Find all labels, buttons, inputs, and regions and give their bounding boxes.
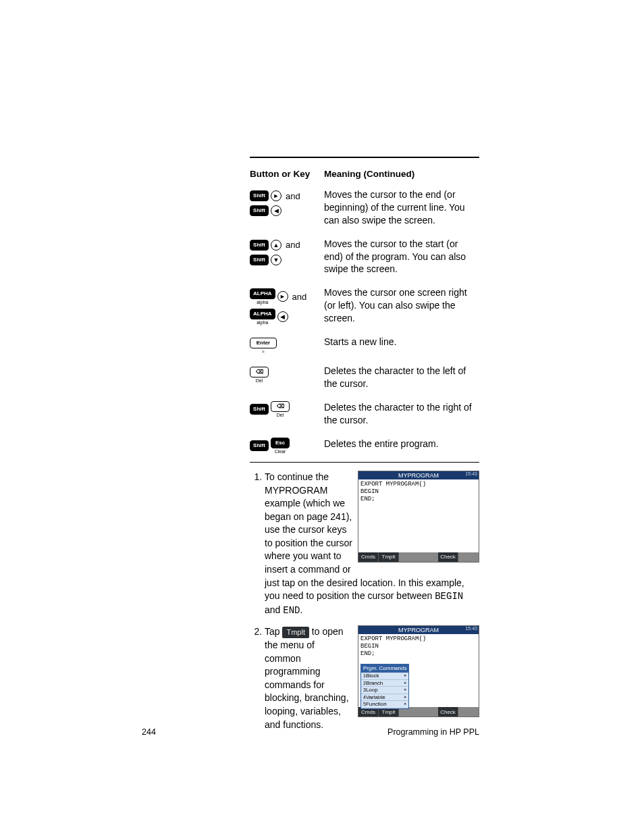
header-meaning: Meaning (Continued) (324, 165, 479, 183)
shift-key-icon: Shift (250, 404, 269, 415)
shift-key-icon: Shift (250, 205, 269, 216)
table-row: Enter≈ Starts a new line. (250, 330, 479, 359)
softkey-check: Check (438, 552, 458, 562)
meaning-text: Moves the cursor one screen right (or le… (324, 281, 479, 330)
page-footer: 244 Programming in HP PPL (142, 727, 479, 737)
calc-time-icon: 15:43 (465, 471, 477, 476)
softkey-cmds: Cmds (358, 552, 379, 562)
left-arrow-key-icon: ◀ (271, 205, 281, 216)
menu-item-loop: 3Loop (361, 687, 408, 694)
table-row: Shift ► and Shift ◀ Moves the cursor to … (250, 183, 479, 232)
menu-header: Prgm. Commands (361, 664, 408, 673)
calculator-screenshot-2: MYPROGRAM15:43 EXPORT MYPROGRAM() BEGIN … (358, 625, 479, 717)
meaning-text: Deletes the character to the right of th… (324, 396, 479, 432)
meaning-text: Deletes the entire program. (324, 432, 479, 459)
footer-section: Programming in HP PPL (387, 727, 479, 737)
shift-key-icon: Shift (250, 240, 269, 251)
shift-key-icon: Shift (250, 255, 269, 265)
alpha-key-icon: ALPHA (250, 288, 275, 299)
tmplt-softkey-icon: Tmplt (282, 627, 309, 638)
code-line: EXPORT MYPROGRAM() (360, 635, 477, 643)
calc-title: MYPROGRAM (398, 472, 439, 479)
header-button-or-key: Button or Key (250, 165, 324, 183)
menu-item-function: 5Function (361, 701, 408, 708)
table-row: ⌫Del Deletes the character to the left o… (250, 359, 479, 396)
calc-time-icon: 15:43 (465, 626, 477, 631)
code-line: END; (360, 496, 477, 503)
shift-key-icon: Shift (250, 440, 269, 451)
code-line: BEGIN (360, 488, 477, 496)
menu-item-block: 1Block (361, 673, 408, 680)
menu-item-variable: 4Variable (361, 694, 408, 702)
code-token-end: END (283, 605, 300, 616)
enter-key-icon: Enter (250, 338, 277, 348)
left-arrow-key-icon: ◀ (277, 311, 288, 322)
table-row: Shift ⌫Del Deletes the character to the … (250, 396, 479, 432)
program-name: MYPROGRAM (265, 485, 327, 496)
code-line: BEGIN (360, 643, 477, 650)
code-line: EXPORT MYPROGRAM() (360, 481, 477, 488)
key-reference-table: Button or Key Meaning (Continued) Shift … (250, 165, 479, 459)
table-row: Shift EscClear Deletes the entire progra… (250, 432, 479, 459)
code-token-begin: BEGIN (435, 591, 463, 602)
calc-title: MYPROGRAM (398, 627, 439, 633)
table-row: ALPHAalpha ► and ALPHAalpha ◀ Moves the … (250, 281, 479, 330)
page-number: 244 (142, 727, 156, 737)
backspace-key-icon: ⌫ (271, 401, 290, 412)
alpha-key-icon: ALPHA (250, 309, 275, 319)
meaning-text: Deletes the character to the left of the… (324, 359, 479, 396)
backspace-key-icon: ⌫ (250, 367, 269, 377)
meaning-text: Starts a new line. (324, 330, 479, 359)
softkey-tmplt: Tmplt (379, 552, 399, 562)
joiner-and: and (286, 240, 300, 250)
instruction-steps: MYPROGRAM15:43 EXPORT MYPROGRAM() BEGIN … (250, 471, 479, 731)
joiner-and: and (286, 191, 300, 201)
meaning-text: Moves the cursor to the end (or beginnin… (324, 183, 479, 232)
menu-item-branch: 2Branch (361, 680, 408, 687)
calculator-screenshot-1: MYPROGRAM15:43 EXPORT MYPROGRAM() BEGIN … (358, 471, 479, 563)
softkey-check: Check (438, 707, 458, 716)
esc-key-icon: Esc (271, 438, 290, 448)
up-arrow-key-icon: ▲ (271, 240, 281, 251)
down-arrow-key-icon: ▼ (271, 255, 281, 265)
joiner-and: and (292, 292, 307, 302)
meaning-text: Moves the cursor to the start (or end) o… (324, 232, 479, 282)
right-arrow-key-icon: ► (271, 190, 281, 201)
right-arrow-key-icon: ► (277, 291, 288, 302)
code-line: END; (360, 650, 477, 658)
shift-key-icon: Shift (250, 190, 269, 201)
step-2: MYPROGRAM15:43 EXPORT MYPROGRAM() BEGIN … (265, 625, 479, 731)
step-1: MYPROGRAM15:43 EXPORT MYPROGRAM() BEGIN … (265, 471, 479, 618)
table-row: Shift ▲ and Shift ▼ Moves the cursor to … (250, 232, 479, 282)
